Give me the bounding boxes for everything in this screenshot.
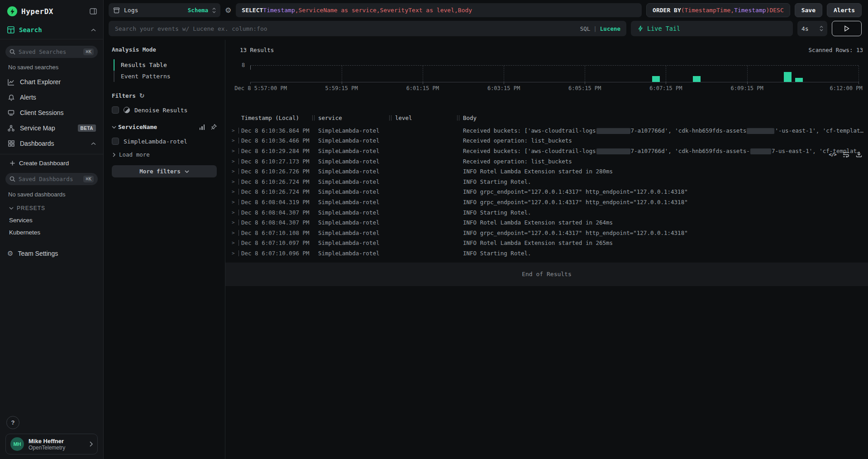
row-expand-icon[interactable]: > [232,250,238,256]
code-icon[interactable]: </> [829,152,836,158]
facet-value-row[interactable]: SimpleLambda-rotel [112,138,217,145]
table-row[interactable]: >Dec 8 6:10:26.726 PMSimpleLambda-rotelI… [232,166,868,177]
row-expand-icon[interactable]: > [232,210,238,215]
event-search-box[interactable]: SQL | Lucene [109,21,626,36]
chevron-down-icon[interactable] [112,126,116,129]
more-filters-button[interactable]: More filters [112,165,217,177]
preset-kubernetes[interactable]: Kubernetes [9,229,103,236]
column-grip-icon[interactable] [457,115,459,120]
user-card[interactable]: MH Mike Heffner OpenTelemetry [5,434,98,454]
sidebar-item-alerts[interactable]: Alerts [0,90,103,105]
row-expand-icon[interactable]: > [232,158,238,164]
saved-searches-search[interactable]: ⌘K [5,46,98,58]
table-row[interactable]: >Dec 8 6:08:04.319 PMSimpleLambda-rotelI… [232,197,868,207]
query-token: SELECT [242,7,263,14]
wrap-lines-icon[interactable] [843,152,849,158]
row-expand-icon[interactable]: > [232,138,238,143]
sidebar-item-service-map[interactable]: Service Map BETA [0,120,103,136]
row-expand-icon[interactable]: > [232,168,238,174]
row-expand-icon[interactable]: > [232,199,238,205]
table-row[interactable]: >Dec 8 6:10:27.173 PMSimpleLambda-rotelR… [232,156,868,167]
chart-bar[interactable] [693,76,701,82]
run-query-button[interactable] [832,21,862,36]
saved-dashboards-search[interactable]: ⌘K [5,173,98,185]
saved-searches-input[interactable] [19,48,80,55]
sidebar-item-team-settings[interactable]: ⚙ Team Settings [7,249,103,258]
row-expand-icon[interactable]: > [232,240,238,246]
row-body-text: INFO Starting Rotel. [463,250,531,257]
live-tail-button[interactable]: Live Tail [631,21,793,36]
column-header-timestamp[interactable]: Timestamp (Local) [241,115,312,121]
sidebar-item-client-sessions[interactable]: Client Sessions [0,105,103,120]
search-input[interactable] [109,25,626,32]
column-header-body[interactable]: Body [457,115,868,121]
table-row[interactable]: >Dec 8 6:10:36.466 PMSimpleLambda-rotelR… [232,136,868,146]
column-grip-icon[interactable] [312,115,315,120]
interval-stepper-icon[interactable] [820,26,823,31]
language-toggle: SQL | Lucene [580,21,620,36]
load-more[interactable]: Load more [113,151,217,158]
preset-services[interactable]: Services [9,217,103,224]
mode-event-patterns[interactable]: Event Patterns [114,71,217,82]
user-meta: Mike Heffner OpenTelemetry [29,438,85,451]
column-header-service[interactable]: service [312,115,389,121]
schema-link[interactable]: Schema [188,7,208,14]
table-row[interactable]: >Dec 8 6:10:29.284 PMSimpleLambda-rotelR… [232,146,868,156]
row-timestamp: Dec 8 6:08:04.307 PM [241,209,312,216]
sql-toggle[interactable]: SQL [580,25,591,32]
chart-explorer-icon [7,79,15,86]
table-row[interactable]: >Dec 8 6:10:26.724 PMSimpleLambda-rotelI… [232,187,868,197]
help-button[interactable]: ? [6,416,19,429]
select-stepper-icon [212,8,216,13]
denoise-results-row[interactable]: Denoise Results [112,106,217,114]
row-expand-icon[interactable]: > [232,148,238,154]
save-button[interactable]: Save [795,3,822,17]
bar-chart-icon[interactable] [200,124,205,130]
create-dashboard-button[interactable]: Create Dashboard [10,160,103,167]
table-row[interactable]: >Dec 8 6:07:10.096 PMSimpleLambda-rotelI… [232,248,868,258]
facet-name[interactable]: ServiceName [118,124,198,130]
table-row[interactable]: >Dec 8 6:08:04.307 PMSimpleLambda-rotelI… [232,217,868,228]
denoise-checkbox[interactable] [112,106,119,114]
lucene-toggle[interactable]: Lucene [600,25,620,32]
row-expand-icon[interactable]: > [232,179,238,185]
row-body: INFO grpc_endpoint="127.0.0.1:4317" http… [457,199,868,206]
sidebar-item-chart-explorer[interactable]: Chart Explorer [0,74,103,90]
row-body-text: Received operation: list_buckets [463,137,572,144]
chevron-up-icon[interactable] [91,29,96,32]
table-row[interactable]: >Dec 8 6:08:04.307 PMSimpleLambda-rotelI… [232,207,868,218]
select-query-editor[interactable]: SELECT Timestamp, ServiceName as service… [236,3,642,17]
download-icon[interactable] [856,151,862,158]
column-header-level[interactable]: level [389,115,457,121]
presets-toggle[interactable]: PRESETS [9,205,103,211]
refresh-interval-select[interactable]: 4s [797,21,827,36]
row-expand-icon[interactable]: > [232,189,238,195]
row-expand-icon[interactable]: > [232,220,238,225]
more-filters-label: More filters [139,168,180,175]
scanned-rows: Scanned Rows: 13 [809,47,863,53]
row-expand-icon[interactable]: > [232,128,238,134]
chevron-up-icon[interactable] [91,142,96,145]
table-row[interactable]: >Dec 8 6:07:10.097 PMSimpleLambda-rotelI… [232,238,868,249]
sidebar-collapse-icon[interactable] [90,8,97,14]
orderby-query[interactable]: ORDER BY (TimestampTime, Timestamp) DESC [646,3,790,17]
refresh-icon[interactable]: ↻ [139,92,145,99]
table-row[interactable]: >Dec 8 6:10:26.724 PMSimpleLambda-rotelI… [232,177,868,187]
source-select[interactable]: Logs Schema [109,3,220,17]
sidebar-item-dashboards[interactable]: Dashboards [0,136,103,151]
chart-bar[interactable] [795,78,803,82]
saved-dashboards-input[interactable] [19,176,80,182]
gear-icon[interactable]: ⚙ [225,6,231,14]
alerts-button[interactable]: Alerts [827,3,862,17]
chart-bar[interactable] [784,72,792,82]
mode-results-table[interactable]: Results Table [114,59,217,71]
table-row[interactable]: >Dec 8 6:07:10.108 PMSimpleLambda-rotelI… [232,228,868,238]
facet-value-checkbox[interactable] [112,138,119,145]
table-row[interactable]: >Dec 8 6:10:36.864 PMSimpleLambda-rotelR… [232,125,868,136]
column-grip-icon[interactable] [389,115,391,120]
row-expand-icon[interactable]: > [232,230,238,236]
sidebar-item-search[interactable]: Search [7,26,96,33]
chart-bar[interactable] [652,76,660,82]
pin-icon[interactable] [211,124,217,130]
row-body: INFO Starting Rotel. [457,250,868,257]
